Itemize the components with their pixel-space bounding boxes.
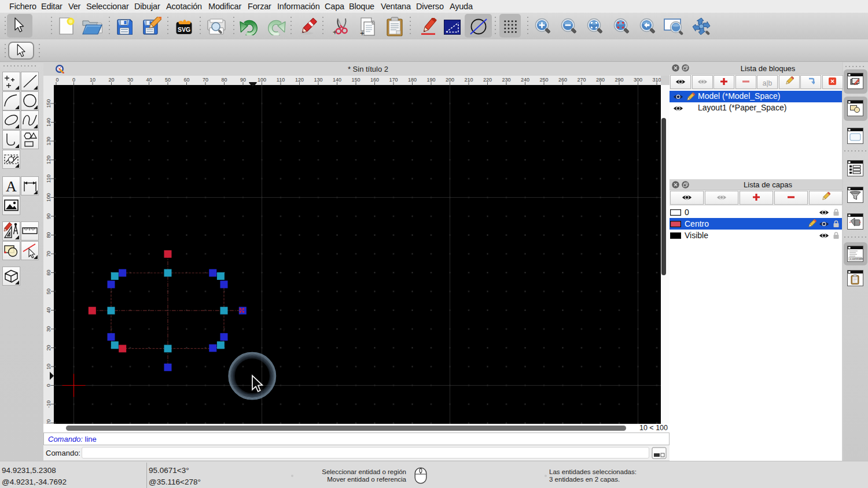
svg-text:140: 140 xyxy=(46,118,52,127)
svg-text:240: 240 xyxy=(521,77,529,83)
svg-text:120: 120 xyxy=(46,156,52,164)
svg-text:30: 30 xyxy=(127,77,133,83)
svg-text:200: 200 xyxy=(446,77,454,83)
svg-text:0: 0 xyxy=(46,384,52,387)
svg-text:110: 110 xyxy=(46,175,52,183)
svg-text:180: 180 xyxy=(408,77,417,83)
svg-text:220: 220 xyxy=(483,77,492,83)
svg-text:250: 250 xyxy=(539,77,548,83)
svg-text:80: 80 xyxy=(46,232,52,238)
svg-text:90: 90 xyxy=(240,77,246,83)
svg-text:A: A xyxy=(6,178,17,195)
svg-text:60: 60 xyxy=(183,77,189,83)
svg-text:20: 20 xyxy=(108,77,114,83)
svg-text:290: 290 xyxy=(615,77,623,83)
svg-text:c command: c command xyxy=(850,257,863,260)
svg-text:60: 60 xyxy=(46,269,52,275)
svg-text:130: 130 xyxy=(46,136,52,145)
svg-text:+: + xyxy=(360,29,365,36)
svg-text:-10: -10 xyxy=(46,400,52,408)
svg-text:210: 210 xyxy=(464,77,473,83)
svg-text:50: 50 xyxy=(165,77,171,83)
svg-text:100: 100 xyxy=(258,77,266,83)
svg-text:150: 150 xyxy=(46,99,52,108)
svg-text:100: 100 xyxy=(46,193,52,202)
svg-text:10: 10 xyxy=(90,77,95,83)
svg-text:190: 190 xyxy=(426,77,435,83)
svg-text:0: 0 xyxy=(72,77,75,83)
svg-text:20: 20 xyxy=(46,345,52,350)
svg-text:300: 300 xyxy=(634,77,642,83)
svg-text:80: 80 xyxy=(221,77,227,83)
svg-text:40: 40 xyxy=(146,77,152,83)
svg-text:130: 130 xyxy=(314,77,322,83)
svg-text:40: 40 xyxy=(46,307,52,313)
svg-text:30: 30 xyxy=(46,326,52,332)
svg-text:90: 90 xyxy=(46,213,52,219)
svg-text:110: 110 xyxy=(277,77,285,83)
svg-text:260: 260 xyxy=(558,77,567,83)
svg-text:140: 140 xyxy=(333,77,341,83)
svg-text:SVG: SVG xyxy=(178,26,190,33)
svg-text:-20: -20 xyxy=(46,419,52,424)
svg-text:0: 0 xyxy=(56,77,58,83)
svg-text:70: 70 xyxy=(46,251,52,257)
svg-text:310: 310 xyxy=(652,77,661,83)
svg-text:70: 70 xyxy=(203,77,208,83)
svg-text:280: 280 xyxy=(596,77,605,83)
svg-text:230: 230 xyxy=(502,77,510,83)
svg-text:120: 120 xyxy=(295,77,304,83)
svg-text:150: 150 xyxy=(351,77,360,83)
svg-text:50: 50 xyxy=(46,289,52,294)
svg-text:270: 270 xyxy=(577,77,586,83)
svg-text:160: 160 xyxy=(370,77,379,83)
svg-text:170: 170 xyxy=(389,77,398,83)
svg-text:10: 10 xyxy=(46,364,52,369)
